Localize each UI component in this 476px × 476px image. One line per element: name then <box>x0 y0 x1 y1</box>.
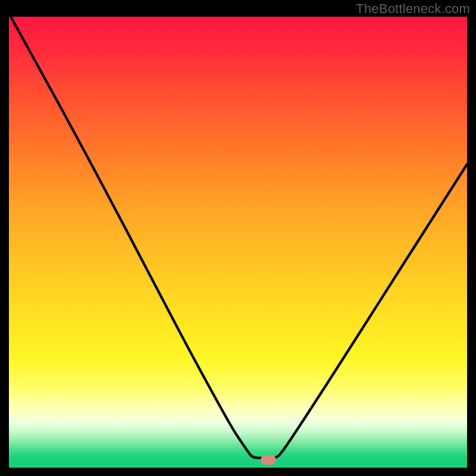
bottleneck-curve-path <box>11 17 467 458</box>
watermark-label: TheBottleneck.com <box>356 1 470 17</box>
bottleneck-curve <box>9 17 467 468</box>
optimal-point-marker <box>261 455 276 465</box>
chart-frame: TheBottleneck.com <box>0 0 476 476</box>
plot-area <box>9 17 467 468</box>
